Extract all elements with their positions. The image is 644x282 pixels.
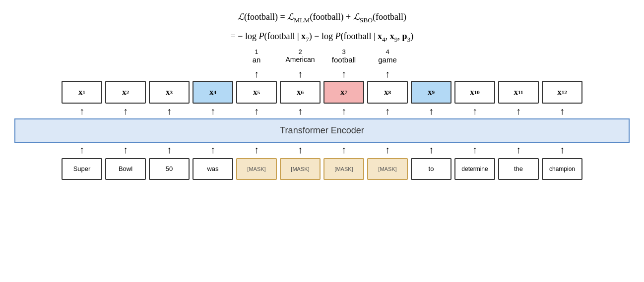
input-mask-4: [MASK] <box>367 158 408 180</box>
label-number-2: 2 <box>298 48 302 56</box>
label-word-2: American <box>285 56 315 63</box>
label-word-3: football <box>332 56 356 64</box>
input-bowl: Bowl <box>105 158 146 180</box>
input-tokens-row: Super Bowl 50 was [MASK] [MASK] [MASK] [… <box>14 157 630 181</box>
top-arrows-row: ↑ ↑ ↑ ↑ <box>14 69 630 80</box>
input-was: was <box>193 158 233 180</box>
token-x8: x8 <box>367 81 408 104</box>
up-arrows-row: ↑ ↑ ↑ ↑ ↑ ↑ ↑ ↑ ↑ ↑ ↑ ↑ <box>14 105 630 118</box>
diagram-wrapper: 1 an 2 American 3 football 4 game <box>14 48 630 217</box>
label-word-1: an <box>253 56 261 64</box>
label-word-4: game <box>378 56 397 64</box>
formula-l: ℒ <box>238 12 244 22</box>
input-super: Super <box>62 158 102 180</box>
encoder-bar-wrapper: Transformer Encoder <box>14 118 630 143</box>
label-number-1: 1 <box>255 48 258 56</box>
token-x2: x2 <box>105 81 146 104</box>
label-group-3: 3 football <box>323 48 364 64</box>
label-group-1: 1 an <box>236 48 277 64</box>
encoder-label: Transformer Encoder <box>280 125 364 136</box>
formula-line2: = − log P(football | x7) − log P(footbal… <box>231 28 414 46</box>
word-labels-row: 1 an 2 American 3 football 4 game <box>14 48 630 69</box>
top-arrow-7: ↑ <box>323 68 364 80</box>
tokens-row: x1 x2 x3 x4 x5 x6 x7 x8 x9 x10 x11 x12 <box>14 80 630 105</box>
token-x3: x3 <box>149 81 190 104</box>
main-container: ℒ(football) = ℒMLM(football) + ℒSBO(foot… <box>0 0 644 282</box>
input-50: 50 <box>149 158 190 180</box>
token-x4: x4 <box>193 81 233 104</box>
token-x10: x10 <box>454 81 495 104</box>
token-x9: x9 <box>411 81 451 104</box>
top-arrow-5: ↑ <box>236 68 277 80</box>
input-champion: champion <box>542 158 582 180</box>
down-arrows-row: ↑ ↑ ↑ ↑ ↑ ↑ ↑ ↑ ↑ ↑ ↑ ↑ <box>14 143 630 157</box>
label-group-4: 4 game <box>367 48 408 64</box>
input-mask-3: [MASK] <box>323 158 364 180</box>
label-number-3: 3 <box>342 48 345 56</box>
token-x1: x1 <box>62 81 102 104</box>
input-to: to <box>411 158 451 180</box>
formula-section: ℒ(football) = ℒMLM(football) + ℒSBO(foot… <box>231 9 414 46</box>
input-the: the <box>498 158 539 180</box>
token-x5: x5 <box>236 81 277 104</box>
input-mask-2: [MASK] <box>280 158 321 180</box>
top-arrow-6: ↑ <box>280 68 321 80</box>
input-determine: determine <box>454 158 495 180</box>
token-x7: x7 <box>323 81 364 104</box>
label-group-2: 2 American <box>280 48 321 63</box>
top-arrow-8: ↑ <box>367 68 408 80</box>
token-x12: x12 <box>542 81 582 104</box>
label-number-4: 4 <box>386 48 389 56</box>
token-x11: x11 <box>498 81 539 104</box>
input-mask-1: [MASK] <box>236 158 277 180</box>
token-x6: x6 <box>280 81 321 104</box>
encoder-bar: Transformer Encoder <box>14 118 630 143</box>
formula-line1: ℒ(football) = ℒMLM(football) + ℒSBO(foot… <box>231 9 414 26</box>
